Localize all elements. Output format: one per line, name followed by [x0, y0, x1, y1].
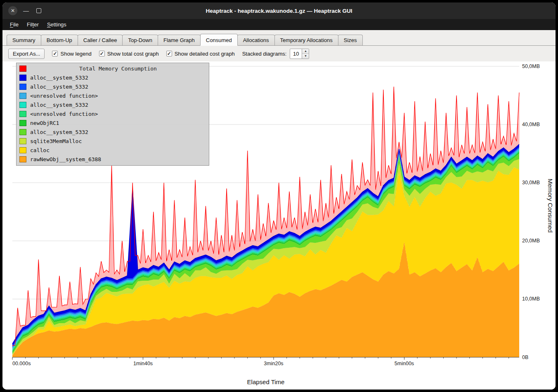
- svg-text:1min40s: 1min40s: [133, 361, 153, 366]
- checkbox-show-legend[interactable]: ✓Show legend: [52, 51, 91, 57]
- checkbox-label: Show total cost graph: [107, 51, 159, 57]
- legend-title-row: Total Memory Consumption: [19, 64, 206, 73]
- legend-label: <unresolved function>: [30, 111, 98, 117]
- legend-row: alloc__system_5332: [19, 127, 206, 136]
- tab-bar: SummaryBottom-UpCaller / CalleeTop-DownF…: [2, 30, 556, 46]
- svg-text:3min20s: 3min20s: [264, 361, 283, 366]
- legend-swatch: [19, 120, 26, 126]
- legend-row: <unresolved function>: [19, 91, 206, 100]
- legend-label: alloc__system_5332: [30, 129, 88, 135]
- menu-file[interactable]: File: [6, 20, 23, 29]
- menu-bar: FileFilterSettings: [2, 19, 556, 30]
- legend-swatch: [19, 75, 26, 81]
- checkbox-box[interactable]: ✓: [166, 51, 172, 56]
- tab-temporary-allocations[interactable]: Temporary Allocations: [274, 35, 338, 45]
- svg-text:0B: 0B: [522, 354, 528, 360]
- legend-swatch: [19, 156, 26, 162]
- legend-row: alloc__system_5332: [19, 73, 206, 82]
- stacked-diagrams-control: Stacked diagrams: 10 ▲ ▼: [242, 49, 310, 59]
- svg-text:20,0MB: 20,0MB: [522, 238, 540, 244]
- tab-bottom-up[interactable]: Bottom-Up: [41, 35, 78, 45]
- legend-row: <unresolved function>: [19, 109, 206, 118]
- legend-swatch: [19, 138, 26, 144]
- maximize-button[interactable]: [36, 8, 41, 13]
- legend-title-swatch: [19, 66, 26, 72]
- legend-label: rawNewObj__system_6388: [30, 156, 101, 162]
- legend-label: calloc: [30, 147, 50, 153]
- spin-up-button[interactable]: ▲: [302, 49, 309, 54]
- svg-text:00.000s: 00.000s: [12, 361, 31, 366]
- legend-swatch: [19, 84, 26, 90]
- legend-title: Total Memory Consumption: [30, 66, 206, 72]
- window-controls: ✕ —: [2, 6, 43, 15]
- title-bar: ✕ — Heaptrack - heaptrack.wakunode.1.gz …: [2, 2, 556, 19]
- legend-row: calloc: [19, 146, 206, 155]
- legend-label: alloc__system_5332: [30, 84, 88, 90]
- menu-filter[interactable]: Filter: [23, 20, 43, 29]
- export-as-button[interactable]: Export As...: [8, 49, 45, 59]
- toolbar-checkboxes: ✓Show legend✓Show total cost graph✓Show …: [52, 51, 234, 57]
- legend-label: sqlite3MemMalloc: [30, 138, 82, 144]
- legend-label: <unresolved function>: [30, 93, 98, 99]
- menu-settings[interactable]: Settings: [43, 20, 71, 29]
- svg-text:50,0MB: 50,0MB: [522, 63, 540, 69]
- legend-swatch: [19, 93, 26, 99]
- svg-text:30,0MB: 30,0MB: [522, 180, 540, 185]
- chart-area: 0B10,0MB20,0MB30,0MB40,0MB50,0MB00.000s1…: [2, 61, 556, 390]
- checkbox-label: Show legend: [60, 51, 91, 57]
- legend-row: rawNewObj__system_6388: [19, 155, 206, 164]
- spin-down-button[interactable]: ▼: [302, 54, 309, 59]
- legend-label: newObjRC1: [30, 120, 59, 126]
- legend-row: alloc__system_5332: [19, 100, 206, 109]
- tab-caller-callee[interactable]: Caller / Callee: [78, 35, 123, 45]
- legend-label: alloc__system_5332: [30, 102, 88, 108]
- checkbox-show-total-cost-graph[interactable]: ✓Show total cost graph: [99, 51, 159, 57]
- checkbox-show-detailed-cost-graph[interactable]: ✓Show detailed cost graph: [166, 51, 235, 57]
- legend-swatch: [19, 147, 26, 153]
- app-window: ✕ — Heaptrack - heaptrack.wakunode.1.gz …: [0, 0, 558, 392]
- legend-swatch: [19, 102, 26, 108]
- tab-flame-graph[interactable]: Flame Graph: [158, 35, 201, 45]
- legend-row: sqlite3MemMalloc: [19, 136, 206, 146]
- legend-swatch: [19, 129, 26, 135]
- window-title: Heaptrack - heaptrack.wakunode.1.gz — He…: [2, 8, 556, 14]
- minimize-button[interactable]: —: [22, 6, 30, 15]
- legend-swatch: [19, 111, 26, 117]
- tab-summary[interactable]: Summary: [7, 35, 41, 45]
- close-button[interactable]: ✕: [8, 6, 17, 15]
- checkbox-label: Show detailed cost graph: [175, 51, 235, 57]
- stacked-diagrams-spinbox[interactable]: 10 ▲ ▼: [290, 49, 309, 59]
- tab-consumed[interactable]: Consumed: [200, 34, 238, 46]
- tab-allocations[interactable]: Allocations: [237, 35, 275, 45]
- checkbox-box[interactable]: ✓: [99, 51, 105, 56]
- toolbar: Export As... ✓Show legend✓Show total cos…: [2, 46, 556, 61]
- x-axis-title: Elapsed Time: [12, 378, 519, 385]
- tab-sizes[interactable]: Sizes: [338, 35, 363, 45]
- stacked-diagrams-value[interactable]: 10: [290, 49, 302, 59]
- legend-row: newObjRC1: [19, 118, 206, 127]
- y-axis-title: Memory Consumed: [547, 179, 554, 233]
- legend-label: alloc__system_5332: [30, 75, 88, 81]
- svg-text:10,0MB: 10,0MB: [522, 296, 540, 302]
- spin-buttons: ▲ ▼: [302, 49, 309, 59]
- svg-text:40,0MB: 40,0MB: [522, 122, 540, 127]
- legend-row: alloc__system_5332: [19, 82, 206, 91]
- tab-top-down[interactable]: Top-Down: [122, 35, 158, 45]
- chart-legend: Total Memory Consumption alloc__system_5…: [16, 63, 209, 166]
- svg-text:5min00s: 5min00s: [395, 361, 414, 366]
- stacked-diagrams-label: Stacked diagrams:: [242, 51, 287, 57]
- checkbox-box[interactable]: ✓: [52, 51, 58, 56]
